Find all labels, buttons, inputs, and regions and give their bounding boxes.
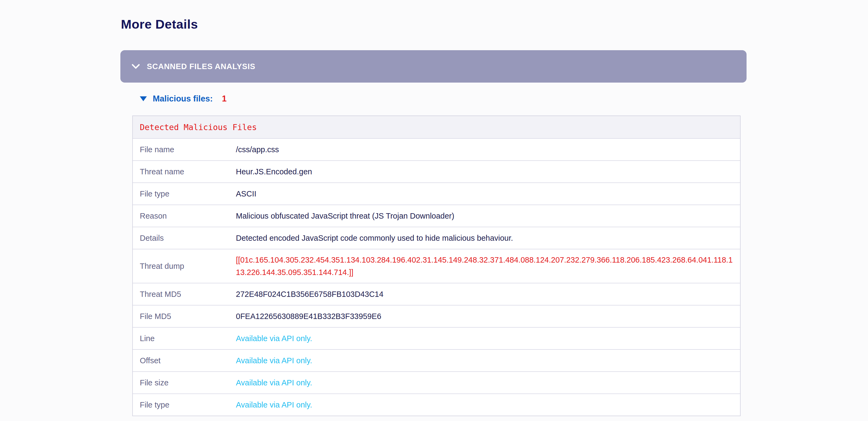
row-value: 272E48F024C1B356E6758FB103D43C14 <box>236 288 740 300</box>
triangle-down-icon <box>140 96 147 101</box>
table-row: Threat name Heur.JS.Encoded.gen <box>133 160 740 183</box>
row-label: Details <box>140 234 236 242</box>
row-label: Reason <box>140 212 236 221</box>
page: More Details SCANNED FILES ANALYSIS Mali… <box>0 0 868 421</box>
table-row: File name /css/app.css <box>133 138 740 160</box>
malicious-files-count: 1 <box>222 94 226 104</box>
row-value: Detected encoded JavaScript code commonl… <box>236 232 740 244</box>
row-label: Offset <box>140 356 236 365</box>
table-row: Details Detected encoded JavaScript code… <box>133 227 740 249</box>
row-label: Threat MD5 <box>140 290 236 299</box>
row-label: File type <box>140 189 236 198</box>
row-value: Available via API only. <box>236 354 740 367</box>
table-header-label: Detected Malicious Files <box>140 123 257 132</box>
row-value: Available via API only. <box>236 332 740 345</box>
malicious-files-label: Malicious files: <box>153 94 213 104</box>
table-body: File name /css/app.css Threat name Heur.… <box>133 138 740 416</box>
scanned-files-analysis-header[interactable]: SCANNED FILES ANALYSIS <box>120 50 747 83</box>
row-value: ASCII <box>236 188 740 200</box>
table-row: Reason Malicious obfuscated JavaScript t… <box>133 204 740 227</box>
table-row: Line Available via API only. <box>133 327 740 349</box>
row-value: 0FEA12265630889E41B332B3F33959E6 <box>236 310 740 323</box>
table-header-row: Detected Malicious Files <box>133 116 740 138</box>
table-row: Threat MD5 272E48F024C1B356E6758FB103D43… <box>133 283 740 305</box>
row-value: Malicious obfuscated JavaScript threat (… <box>236 210 740 222</box>
chevron-down-icon <box>132 64 140 69</box>
row-label: File size <box>140 378 236 387</box>
row-label: Line <box>140 334 236 343</box>
row-label: Threat dump <box>140 262 236 271</box>
malicious-file-details-table: Detected Malicious Files File name /css/… <box>132 116 741 416</box>
row-value: Available via API only. <box>236 377 740 389</box>
row-label: File type <box>140 400 236 410</box>
table-row: Threat dump [[01c.165.104.305.232.454.35… <box>133 249 740 283</box>
row-value: Heur.JS.Encoded.gen <box>236 165 740 178</box>
table-row: File MD5 0FEA12265630889E41B332B3F33959E… <box>133 305 740 327</box>
row-label: Threat name <box>140 167 236 176</box>
row-value: /css/app.css <box>236 143 740 156</box>
table-row: Offset Available via API only. <box>133 349 740 371</box>
row-value: Available via API only. <box>236 398 740 411</box>
malicious-files-toggle[interactable]: Malicious files: 1 <box>140 94 868 104</box>
page-title: More Details <box>121 17 868 32</box>
row-label: File name <box>140 145 236 154</box>
row-value: [[01c.165.104.305.232.454.351.134.103.28… <box>236 249 740 283</box>
section-title: SCANNED FILES ANALYSIS <box>147 62 255 71</box>
table-row: File size Available via API only. <box>133 371 740 393</box>
table-row: File type Available via API only. <box>133 393 740 416</box>
table-row: File type ASCII <box>133 183 740 204</box>
row-label: File MD5 <box>140 312 236 321</box>
